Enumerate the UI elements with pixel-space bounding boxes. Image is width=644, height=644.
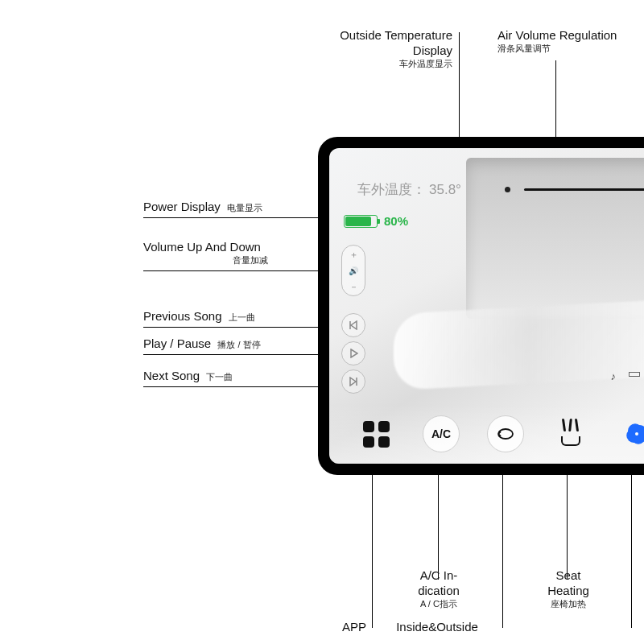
label-zh: 上一曲 — [229, 312, 255, 322]
apps-icon — [363, 421, 390, 448]
leader — [372, 454, 373, 628]
battery-icon — [344, 215, 378, 228]
label: Next Song — [143, 369, 200, 382]
label-zh: 播放 / 暂停 — [217, 340, 260, 349]
prev-song-button[interactable] — [341, 313, 365, 337]
leader — [631, 454, 632, 628]
speaker-icon: 🔊 — [349, 266, 358, 275]
apps-button[interactable] — [357, 415, 395, 453]
leader — [502, 454, 503, 628]
plus-icon: ＋ — [349, 249, 358, 261]
fan-icon — [621, 418, 644, 450]
label: Play / Pause — [143, 336, 211, 350]
label: APP — [342, 620, 366, 634]
label: Air Volume Regulation — [497, 28, 617, 42]
tablet-screen: 车外温度：35.8° 80% ＋ 🔊 － 自 ♪ — [329, 148, 644, 464]
label: Seat Heating — [536, 568, 601, 599]
music-note-icon: ♪ — [611, 370, 617, 382]
background-art — [394, 296, 644, 390]
callout-next: Next Song 下一曲 — [143, 369, 233, 384]
seat-heat-button[interactable] — [551, 415, 590, 453]
label-zh: A / C指示 — [411, 599, 467, 610]
play-pause-button[interactable] — [341, 341, 365, 365]
background-art — [466, 158, 644, 319]
leader — [143, 270, 341, 271]
callout-air-volume: Air Volume Regulation 滑条风量调节 — [497, 28, 618, 55]
leader — [143, 217, 341, 218]
tablet-frame: 车外温度：35.8° 80% ＋ 🔊 － 自 ♪ — [318, 137, 644, 475]
label-zh: 车外温度显示 — [314, 59, 452, 70]
label-zh: 滑条风量调节 — [497, 43, 618, 55]
battery-fill — [345, 217, 371, 226]
fan-button[interactable] — [617, 415, 644, 453]
label-zh: 电量显示 — [227, 203, 262, 213]
label: Volume Up And Down — [143, 240, 268, 255]
air-slider-handle[interactable] — [505, 187, 510, 192]
label: Outside Temperature Display — [340, 28, 452, 57]
callout-seat-heat: Seat Heating 座椅加热 — [536, 568, 601, 609]
usb-port-icon — [629, 372, 640, 377]
temp-label: 车外温度： — [357, 182, 426, 197]
battery-percent: 80% — [384, 214, 408, 228]
next-song-button[interactable] — [341, 369, 365, 394]
callout-prev: Previous Song 上一曲 — [143, 309, 255, 324]
temp-value: 35.8° — [429, 182, 461, 197]
leader — [143, 354, 341, 355]
leader — [143, 327, 341, 328]
volume-control[interactable]: ＋ 🔊 － — [341, 245, 365, 296]
label: Power Display — [143, 200, 221, 213]
callout-volume: Volume Up And Down 音量加减 — [143, 240, 268, 266]
callout-outside-temp: Outside Temperature Display 车外温度显示 — [314, 28, 452, 69]
callout-circ: Inside&Outside — [385, 620, 489, 635]
recirculate-icon — [496, 427, 515, 441]
label: A/C In- dication — [411, 568, 467, 599]
skip-prev-icon — [349, 320, 358, 330]
callout-power: Power Display 电量显示 — [143, 200, 262, 215]
play-icon — [349, 349, 358, 358]
callout-ac: A/C In- dication A / C指示 — [411, 568, 467, 609]
skip-next-icon — [349, 377, 358, 386]
outside-temp-display: 车外温度：35.8° — [357, 180, 461, 199]
bottom-dock: A/C — [329, 404, 644, 464]
label: Previous Song — [143, 309, 222, 323]
label-zh: 下一曲 — [206, 372, 233, 382]
callout-play: Play / Pause 播放 / 暂停 — [143, 336, 261, 352]
circulation-button[interactable] — [487, 415, 524, 452]
leader — [143, 386, 341, 387]
label: Inside&Outside — [396, 620, 478, 634]
ac-button[interactable]: A/C — [423, 415, 460, 452]
ac-label: A/C — [431, 427, 451, 440]
air-volume-slider[interactable] — [524, 188, 644, 191]
seat-heat-icon — [559, 422, 582, 446]
label-zh: 音量加减 — [143, 255, 268, 266]
label-zh: 座椅加热 — [536, 599, 601, 610]
minus-icon: － — [349, 281, 358, 293]
callout-app: APP — [322, 620, 366, 635]
battery-indicator: 80% — [344, 214, 408, 228]
